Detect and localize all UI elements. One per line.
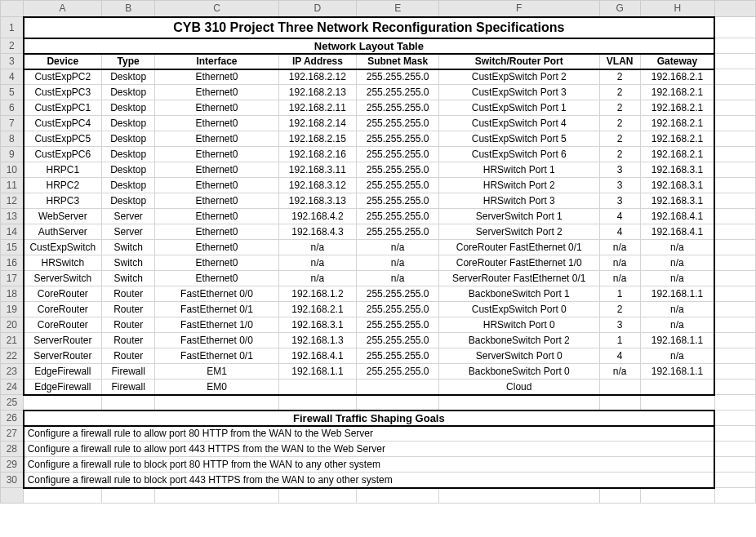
table-cell[interactable]: FastEthernet 0/0: [155, 333, 278, 348]
row-header-22[interactable]: 22: [1, 348, 24, 364]
table-cell[interactable]: 2: [599, 131, 640, 147]
table-cell[interactable]: 2: [599, 85, 640, 100]
table-header-ip[interactable]: IP Address: [278, 54, 357, 69]
table-cell[interactable]: Ethernet0: [155, 255, 278, 271]
blank-cell[interactable]: [714, 317, 755, 333]
row-13[interactable]: 13WebServerServerEthernet0192.168.4.2255…: [1, 209, 756, 224]
table-cell[interactable]: FastEthernet 0/0: [155, 286, 278, 302]
table-cell[interactable]: CoreRouter FastEthernet 1/0: [439, 255, 599, 271]
row-header-16[interactable]: 16: [1, 255, 24, 271]
table-cell[interactable]: ServerRouter: [24, 333, 102, 348]
table-cell[interactable]: Ethernet0: [155, 178, 278, 193]
table-cell[interactable]: 3: [599, 178, 640, 193]
table-cell[interactable]: 255.255.255.0: [357, 302, 439, 317]
row-9[interactable]: 9CustExpPC6DesktopEthernet0192.168.2.162…: [1, 147, 756, 162]
table-cell[interactable]: CustExpSwitch Port 4: [439, 116, 599, 131]
row-header-23[interactable]: 23: [1, 364, 24, 379]
table-cell[interactable]: 192.168.3.1: [640, 178, 714, 193]
row-header-30[interactable]: 30: [1, 473, 24, 488]
row-15[interactable]: 15CustExpSwitchSwitchEthernet0n/an/aCore…: [1, 240, 756, 255]
row-23[interactable]: 23EdgeFirewallFirewallEM1192.168.1.1255.…: [1, 364, 756, 379]
table-cell[interactable]: n/a: [599, 271, 640, 286]
blank-cell[interactable]: [714, 379, 755, 395]
table-cell[interactable]: 192.168.3.13: [278, 193, 357, 209]
table-cell[interactable]: 192.168.1.1: [640, 286, 714, 302]
table-cell[interactable]: ServerSwitch Port 0: [439, 348, 599, 364]
table-cell[interactable]: 4: [599, 224, 640, 240]
table-cell[interactable]: CustExpSwitch Port 1: [439, 100, 599, 116]
row-20[interactable]: 20CoreRouterRouterFastEthernet 1/0192.16…: [1, 317, 756, 333]
table-cell[interactable]: 192.168.4.1: [278, 348, 357, 364]
table-cell[interactable]: Ethernet0: [155, 131, 278, 147]
table-cell[interactable]: CustExpSwitch Port 2: [439, 69, 599, 85]
table-cell[interactable]: [357, 379, 439, 395]
table-cell[interactable]: 4: [599, 348, 640, 364]
table-cell[interactable]: Router: [101, 286, 154, 302]
table-cell[interactable]: 255.255.255.0: [357, 100, 439, 116]
row-header-27[interactable]: 27: [1, 426, 24, 442]
row-header-8[interactable]: 8: [1, 131, 24, 147]
table-cell[interactable]: Router: [101, 317, 154, 333]
row-24[interactable]: 24EdgeFirewallFirewallEM0Cloud: [1, 379, 756, 395]
table-cell[interactable]: Router: [101, 302, 154, 317]
table-cell[interactable]: HRSwitch: [24, 255, 102, 271]
table-cell[interactable]: n/a: [640, 255, 714, 271]
table-cell[interactable]: 2: [599, 147, 640, 162]
table-cell[interactable]: [640, 379, 714, 395]
row-header-25[interactable]: 25: [1, 395, 24, 411]
table-cell[interactable]: 192.168.2.12: [278, 69, 357, 85]
table-cell[interactable]: 2: [599, 302, 640, 317]
row-27[interactable]: 27Configure a firewall rule to allow por…: [1, 426, 756, 442]
table-cell[interactable]: Server: [101, 209, 154, 224]
table-cell[interactable]: n/a: [640, 302, 714, 317]
table-cell[interactable]: HRSwitch Port 2: [439, 178, 599, 193]
table-cell[interactable]: Switch: [101, 255, 154, 271]
table-cell[interactable]: HRSwitch Port 1: [439, 162, 599, 178]
table-cell[interactable]: CustExpPC2: [24, 69, 102, 85]
row-header-12[interactable]: 12: [1, 193, 24, 209]
table-cell[interactable]: 255.255.255.0: [357, 348, 439, 364]
row-header-14[interactable]: 14: [1, 224, 24, 240]
table-cell[interactable]: HRPC3: [24, 193, 102, 209]
table-cell[interactable]: Ethernet0: [155, 69, 278, 85]
table-cell[interactable]: AuthServer: [24, 224, 102, 240]
spreadsheet[interactable]: A B C D E F G H 1CYB 310 Project Three N…: [0, 0, 756, 504]
table-cell[interactable]: EdgeFirewall: [24, 364, 102, 379]
blank-cell[interactable]: [101, 395, 154, 411]
table-cell[interactable]: n/a: [278, 240, 357, 255]
table-cell[interactable]: 192.168.3.1: [640, 193, 714, 209]
table-cell[interactable]: Desktop: [101, 85, 154, 100]
table-cell[interactable]: 192.168.3.12: [278, 178, 357, 193]
blank-cell[interactable]: [714, 302, 755, 317]
blank-cell[interactable]: [714, 395, 755, 411]
blank-cell[interactable]: [155, 488, 278, 504]
table-cell[interactable]: Ethernet0: [155, 116, 278, 131]
table-cell[interactable]: CustExpSwitch Port 5: [439, 131, 599, 147]
blank-cell[interactable]: [101, 488, 154, 504]
table-cell[interactable]: BackboneSwitch Port 2: [439, 333, 599, 348]
table-cell[interactable]: 192.168.1.1: [640, 333, 714, 348]
table-cell[interactable]: 192.168.4.2: [278, 209, 357, 224]
blank-cell[interactable]: [24, 488, 102, 504]
table-cell[interactable]: HRSwitch Port 0: [439, 317, 599, 333]
table-cell[interactable]: n/a: [599, 240, 640, 255]
table-cell[interactable]: 2: [599, 116, 640, 131]
row-header-11[interactable]: 11: [1, 178, 24, 193]
row-4[interactable]: 4CustExpPC2DesktopEthernet0192.168.2.122…: [1, 69, 756, 85]
table-cell[interactable]: HRSwitch Port 3: [439, 193, 599, 209]
table-cell[interactable]: 192.168.4.1: [640, 209, 714, 224]
row-18[interactable]: 18CoreRouterRouterFastEthernet 0/0192.16…: [1, 286, 756, 302]
table-cell[interactable]: 255.255.255.0: [357, 333, 439, 348]
table-cell[interactable]: Desktop: [101, 116, 154, 131]
table-cell[interactable]: 4: [599, 209, 640, 224]
table-cell[interactable]: 192.168.2.1: [640, 131, 714, 147]
row-26[interactable]: 26Firewall Traffic Shaping Goals: [1, 411, 756, 426]
table-cell[interactable]: Ethernet0: [155, 224, 278, 240]
blank-cell[interactable]: [155, 395, 278, 411]
row-header-18[interactable]: 18: [1, 286, 24, 302]
firewall-rule[interactable]: Configure a firewall rule to allow port …: [24, 426, 714, 442]
table-cell[interactable]: Desktop: [101, 178, 154, 193]
col-header-h[interactable]: H: [640, 1, 714, 17]
row-header-29[interactable]: 29: [1, 457, 24, 473]
table-cell[interactable]: FastEthernet 0/1: [155, 348, 278, 364]
